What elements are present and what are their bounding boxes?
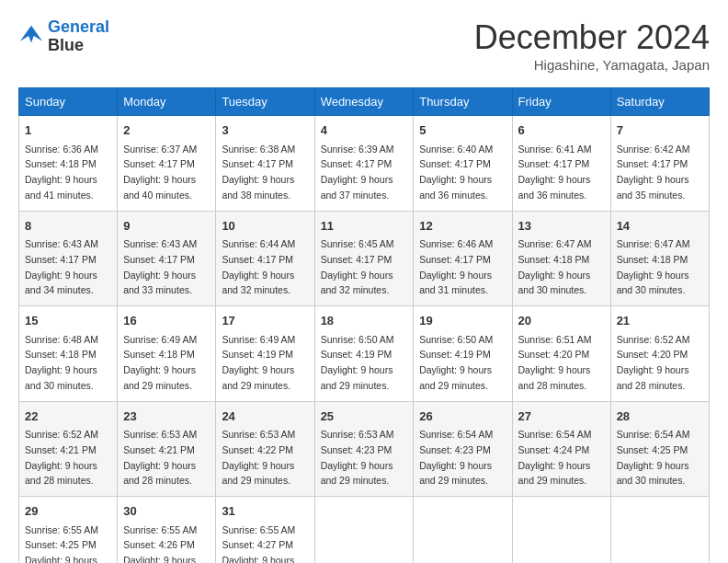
calendar-week-row: 22Sunrise: 6:52 AMSunset: 4:21 PMDayligh… [19,401,710,497]
day-number: 1 [25,121,111,140]
weekday-header-tuesday: Tuesday [216,88,314,116]
day-number: 31 [222,502,308,521]
calendar-cell: 25Sunrise: 6:53 AMSunset: 4:23 PMDayligh… [314,401,414,497]
calendar-cell: 18Sunrise: 6:50 AMSunset: 4:19 PMDayligh… [314,306,414,402]
calendar-cell: 13Sunrise: 6:47 AMSunset: 4:18 PMDayligh… [512,211,610,306]
calendar-header-row: SundayMondayTuesdayWednesdayThursdayFrid… [19,88,710,116]
day-info: Sunrise: 6:53 AMSunset: 4:22 PMDaylight:… [222,429,295,486]
day-number: 2 [123,121,210,140]
calendar-cell: 12Sunrise: 6:46 AMSunset: 4:17 PMDayligh… [414,211,512,306]
calendar-cell: 19Sunrise: 6:50 AMSunset: 4:19 PMDayligh… [414,306,512,402]
day-number: 9 [123,217,210,236]
calendar-cell: 27Sunrise: 6:54 AMSunset: 4:24 PMDayligh… [512,401,610,497]
day-number: 13 [518,217,605,236]
calendar-week-row: 15Sunrise: 6:48 AMSunset: 4:18 PMDayligh… [19,306,710,402]
day-number: 6 [518,121,605,140]
calendar-cell: 31Sunrise: 6:55 AMSunset: 4:27 PMDayligh… [216,497,314,564]
day-info: Sunrise: 6:47 AMSunset: 4:18 PMDaylight:… [518,238,592,295]
day-number: 12 [419,217,506,236]
day-info: Sunrise: 6:42 AMSunset: 4:17 PMDaylight:… [617,144,690,201]
day-info: Sunrise: 6:52 AMSunset: 4:21 PMDaylight:… [25,429,98,486]
calendar-cell: 11Sunrise: 6:45 AMSunset: 4:17 PMDayligh… [314,211,414,306]
weekday-header-thursday: Thursday [414,88,512,116]
day-info: Sunrise: 6:50 AMSunset: 4:19 PMDaylight:… [419,334,493,391]
day-info: Sunrise: 6:49 AMSunset: 4:19 PMDaylight:… [222,334,295,391]
day-info: Sunrise: 6:54 AMSunset: 4:23 PMDaylight:… [419,429,493,486]
location-subtitle: Higashine, Yamagata, Japan [474,57,710,73]
day-number: 29 [25,502,111,521]
calendar-cell: 16Sunrise: 6:49 AMSunset: 4:18 PMDayligh… [118,306,216,402]
weekday-header-saturday: Saturday [610,88,709,116]
calendar-cell: 4Sunrise: 6:39 AMSunset: 4:17 PMDaylight… [314,116,414,212]
day-info: Sunrise: 6:48 AMSunset: 4:18 PMDaylight:… [25,334,98,391]
calendar-cell: 7Sunrise: 6:42 AMSunset: 4:17 PMDaylight… [610,116,709,212]
calendar-cell: 22Sunrise: 6:52 AMSunset: 4:21 PMDayligh… [19,401,118,497]
calendar-cell [512,497,610,564]
day-number: 17 [222,312,308,330]
svg-marker-0 [20,26,42,43]
calendar-cell: 24Sunrise: 6:53 AMSunset: 4:22 PMDayligh… [216,401,314,497]
calendar-table: SundayMondayTuesdayWednesdayThursdayFrid… [18,87,710,563]
day-info: Sunrise: 6:43 AMSunset: 4:17 PMDaylight:… [25,238,98,295]
page-header: General Blue December 2024 Higashine, Ya… [18,18,710,73]
day-number: 10 [222,217,308,236]
calendar-cell: 30Sunrise: 6:55 AMSunset: 4:26 PMDayligh… [118,497,216,564]
calendar-cell: 28Sunrise: 6:54 AMSunset: 4:25 PMDayligh… [610,401,709,497]
day-number: 8 [25,217,111,236]
calendar-cell: 20Sunrise: 6:51 AMSunset: 4:20 PMDayligh… [512,306,610,402]
day-info: Sunrise: 6:53 AMSunset: 4:21 PMDaylight:… [123,429,197,486]
day-number: 16 [123,312,210,330]
logo: General Blue [18,18,109,55]
day-info: Sunrise: 6:44 AMSunset: 4:17 PMDaylight:… [222,238,295,295]
calendar-cell: 14Sunrise: 6:47 AMSunset: 4:18 PMDayligh… [610,211,709,306]
weekday-header-wednesday: Wednesday [314,88,414,116]
calendar-cell: 8Sunrise: 6:43 AMSunset: 4:17 PMDaylight… [19,211,118,306]
day-number: 18 [321,312,408,330]
day-info: Sunrise: 6:46 AMSunset: 4:17 PMDaylight:… [419,238,493,295]
day-info: Sunrise: 6:49 AMSunset: 4:18 PMDaylight:… [123,334,197,391]
weekday-header-monday: Monday [118,88,216,116]
logo-icon [18,24,44,50]
day-number: 7 [617,121,703,140]
day-number: 4 [321,121,408,140]
weekday-header-sunday: Sunday [19,88,118,116]
day-number: 11 [321,217,408,236]
calendar-cell: 2Sunrise: 6:37 AMSunset: 4:17 PMDaylight… [118,116,216,212]
day-number: 5 [419,121,506,140]
day-number: 27 [518,408,605,426]
day-info: Sunrise: 6:52 AMSunset: 4:20 PMDaylight:… [617,334,690,391]
day-number: 19 [419,312,506,330]
day-info: Sunrise: 6:36 AMSunset: 4:18 PMDaylight:… [25,144,98,201]
day-number: 25 [321,408,408,426]
calendar-cell: 21Sunrise: 6:52 AMSunset: 4:20 PMDayligh… [610,306,709,402]
day-info: Sunrise: 6:43 AMSunset: 4:17 PMDaylight:… [123,238,197,295]
day-info: Sunrise: 6:53 AMSunset: 4:23 PMDaylight:… [321,429,394,486]
day-info: Sunrise: 6:41 AMSunset: 4:17 PMDaylight:… [518,144,592,201]
calendar-cell: 23Sunrise: 6:53 AMSunset: 4:21 PMDayligh… [118,401,216,497]
day-number: 28 [617,408,703,426]
day-info: Sunrise: 6:54 AMSunset: 4:25 PMDaylight:… [617,429,690,486]
day-number: 14 [617,217,703,236]
title-block: December 2024 Higashine, Yamagata, Japan [474,18,710,73]
calendar-week-row: 29Sunrise: 6:55 AMSunset: 4:25 PMDayligh… [19,497,710,564]
day-info: Sunrise: 6:39 AMSunset: 4:17 PMDaylight:… [321,144,394,201]
day-info: Sunrise: 6:37 AMSunset: 4:17 PMDaylight:… [123,144,197,201]
day-info: Sunrise: 6:45 AMSunset: 4:17 PMDaylight:… [321,238,394,295]
day-info: Sunrise: 6:47 AMSunset: 4:18 PMDaylight:… [617,238,690,295]
logo-text: General Blue [48,18,109,55]
calendar-body: 1Sunrise: 6:36 AMSunset: 4:18 PMDaylight… [19,116,710,564]
calendar-cell: 3Sunrise: 6:38 AMSunset: 4:17 PMDaylight… [216,116,314,212]
day-number: 26 [419,408,506,426]
calendar-week-row: 1Sunrise: 6:36 AMSunset: 4:18 PMDaylight… [19,116,710,212]
calendar-cell: 6Sunrise: 6:41 AMSunset: 4:17 PMDaylight… [512,116,610,212]
calendar-week-row: 8Sunrise: 6:43 AMSunset: 4:17 PMDaylight… [19,211,710,306]
calendar-cell: 5Sunrise: 6:40 AMSunset: 4:17 PMDaylight… [414,116,512,212]
calendar-cell: 29Sunrise: 6:55 AMSunset: 4:25 PMDayligh… [19,497,118,564]
day-info: Sunrise: 6:40 AMSunset: 4:17 PMDaylight:… [419,144,493,201]
day-number: 20 [518,312,605,330]
weekday-header-friday: Friday [512,88,610,116]
day-number: 15 [25,312,111,330]
calendar-cell: 1Sunrise: 6:36 AMSunset: 4:18 PMDaylight… [19,116,118,212]
day-info: Sunrise: 6:55 AMSunset: 4:26 PMDaylight:… [123,524,197,564]
calendar-cell: 15Sunrise: 6:48 AMSunset: 4:18 PMDayligh… [19,306,118,402]
